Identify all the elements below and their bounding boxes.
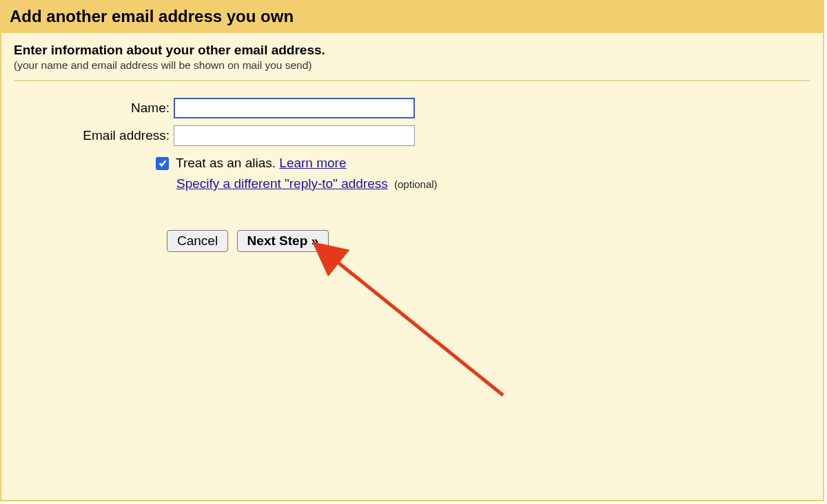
dialog-subheading: Enter information about your other email…	[14, 43, 810, 58]
email-row: Email address:	[14, 125, 810, 146]
divider	[14, 80, 810, 81]
alias-checkbox-label: Treat as an alias.	[176, 156, 276, 171]
email-label: Email address:	[14, 128, 174, 143]
cancel-button[interactable]: Cancel	[167, 230, 228, 252]
next-step-button[interactable]: Next Step »	[237, 230, 329, 252]
name-input[interactable]	[174, 98, 415, 118]
add-email-dialog: Add another email address you own Enter …	[0, 0, 824, 501]
check-icon	[158, 158, 167, 168]
name-label: Name:	[14, 101, 174, 116]
alias-row: Treat as an alias. Learn more	[156, 156, 810, 171]
dialog-content: Enter information about your other email…	[1, 33, 823, 262]
replyto-row: Specify a different "reply-to" address (…	[176, 176, 810, 191]
email-input[interactable]	[174, 125, 415, 146]
name-row: Name:	[14, 98, 810, 118]
replyto-link[interactable]: Specify a different "reply-to" address	[176, 176, 388, 191]
optional-label: (optional)	[394, 178, 438, 190]
dialog-title: Add another email address you own	[10, 7, 815, 26]
learn-more-link[interactable]: Learn more	[279, 156, 346, 171]
alias-checkbox[interactable]	[156, 157, 169, 170]
dialog-subnote: (your name and email address will be sho…	[14, 59, 810, 72]
button-row: Cancel Next Step »	[167, 230, 810, 252]
dialog-title-bar: Add another email address you own	[1, 1, 823, 33]
